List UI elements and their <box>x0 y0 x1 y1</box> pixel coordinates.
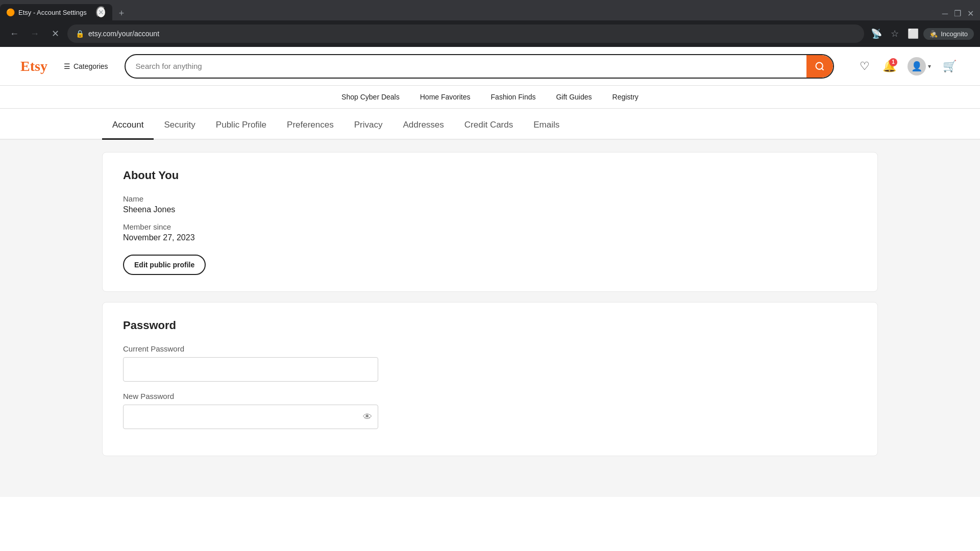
current-password-wrapper <box>123 357 378 382</box>
search-input[interactable] <box>126 55 806 78</box>
categories-label: Categories <box>74 62 108 70</box>
back-button[interactable]: ← <box>6 26 22 42</box>
search-button[interactable] <box>806 55 833 78</box>
tab-privacy[interactable]: Privacy <box>344 111 393 140</box>
profile-switcher-icon[interactable]: ⬜ <box>905 26 921 42</box>
tab-emails[interactable]: Emails <box>523 111 570 140</box>
tab-account[interactable]: Account <box>102 111 154 140</box>
nav-gift-guides[interactable]: Gift Guides <box>556 93 592 101</box>
notification-badge: 1 <box>889 58 897 66</box>
nav-home-favorites[interactable]: Home Favorites <box>420 93 471 101</box>
restore-icon[interactable]: ❐ <box>952 7 963 20</box>
cast-icon[interactable]: 📡 <box>868 26 885 42</box>
url-display: etsy.com/your/account <box>88 30 856 38</box>
member-since-label: Member since <box>123 222 857 231</box>
browser-chrome: 🟠 Etsy - Account Settings ✕ + ─ ❐ ✕ ← → … <box>0 0 980 47</box>
categories-button[interactable]: ☰ Categories <box>60 59 112 73</box>
svg-line-1 <box>822 68 824 70</box>
page-content: Etsy ☰ Categories ♡ 🔔 1 <box>0 47 980 551</box>
about-you-title: About You <box>123 169 857 182</box>
window-controls: ─ ❐ ✕ <box>936 7 980 20</box>
nav-fashion-finds[interactable]: Fashion Finds <box>491 93 536 101</box>
nav-shop-cyber-deals[interactable]: Shop Cyber Deals <box>341 93 400 101</box>
new-password-group: New Password 👁 <box>123 392 857 429</box>
bookmark-icon[interactable]: ☆ <box>887 26 903 42</box>
person-icon: 👤 <box>911 61 922 72</box>
chevron-down-icon: ▾ <box>928 63 931 70</box>
account-tabs: Account Security Public Profile Preferen… <box>0 111 980 140</box>
incognito-label: Incognito <box>941 30 968 38</box>
tab-addresses[interactable]: Addresses <box>393 111 454 140</box>
cart-icon: 🛒 <box>943 60 957 73</box>
tab-title: Etsy - Account Settings <box>18 9 92 16</box>
main-content: About You Name Sheena Jones Member since… <box>0 140 980 497</box>
cart-button[interactable]: 🛒 <box>939 56 960 77</box>
active-tab[interactable]: 🟠 Etsy - Account Settings ✕ <box>0 4 112 20</box>
svg-point-0 <box>816 62 823 69</box>
password-title: Password <box>123 319 857 332</box>
incognito-icon: 🕵 <box>929 30 938 38</box>
current-password-group: Current Password <box>123 344 857 382</box>
toolbar-icons: 📡 ☆ ⬜ 🕵 Incognito <box>868 26 974 42</box>
browser-toolbar: ← → ✕ 🔒 etsy.com/your/account 📡 ☆ ⬜ 🕵 In… <box>0 20 980 47</box>
minimize-icon[interactable]: ─ <box>940 7 950 20</box>
new-password-wrapper: 👁 <box>123 405 378 429</box>
tab-credit-cards[interactable]: Credit Cards <box>454 111 523 140</box>
member-since-value: November 27, 2023 <box>123 233 857 242</box>
tab-bar: 🟠 Etsy - Account Settings ✕ + ─ ❐ ✕ <box>0 0 980 20</box>
reload-button[interactable]: ✕ <box>47 26 63 42</box>
tab-favicon: 🟠 <box>6 8 14 16</box>
tab-close-button[interactable]: ✕ <box>96 6 106 18</box>
profile-button[interactable]: 👤 ▾ <box>903 55 935 78</box>
notifications-button[interactable]: 🔔 1 <box>879 56 899 77</box>
forward-button[interactable]: → <box>27 26 43 42</box>
etsy-logo[interactable]: Etsy <box>20 58 47 74</box>
tab-preferences[interactable]: Preferences <box>277 111 344 140</box>
search-bar <box>125 54 834 79</box>
current-password-input[interactable] <box>123 357 378 382</box>
name-label: Name <box>123 194 857 203</box>
password-visibility-toggle-icon[interactable]: 👁 <box>363 412 372 422</box>
edit-public-profile-button[interactable]: Edit public profile <box>123 255 206 275</box>
avatar: 👤 <box>908 57 926 76</box>
heart-icon: ♡ <box>860 60 870 73</box>
new-tab-button[interactable]: + <box>114 6 129 20</box>
name-value: Sheena Jones <box>123 205 857 214</box>
tab-public-profile[interactable]: Public Profile <box>206 111 277 140</box>
new-password-input[interactable] <box>123 405 378 429</box>
current-password-label: Current Password <box>123 344 857 353</box>
favorites-button[interactable]: ♡ <box>854 56 875 77</box>
lock-icon: 🔒 <box>76 30 84 38</box>
site-header: Etsy ☰ Categories ♡ 🔔 1 <box>0 47 980 86</box>
header-icons: ♡ 🔔 1 👤 ▾ 🛒 <box>854 55 960 78</box>
password-card: Password Current Password New Password 👁 <box>102 302 878 456</box>
incognito-badge[interactable]: 🕵 Incognito <box>923 28 974 40</box>
tab-security[interactable]: Security <box>154 111 205 140</box>
close-icon[interactable]: ✕ <box>965 7 976 20</box>
nav-registry[interactable]: Registry <box>612 93 639 101</box>
about-you-card: About You Name Sheena Jones Member since… <box>102 152 878 292</box>
search-icon <box>815 61 825 71</box>
new-password-label: New Password <box>123 392 857 400</box>
hamburger-icon: ☰ <box>64 62 70 70</box>
nav-bar: Shop Cyber Deals Home Favorites Fashion … <box>0 86 980 109</box>
address-bar[interactable]: 🔒 etsy.com/your/account <box>67 24 864 43</box>
